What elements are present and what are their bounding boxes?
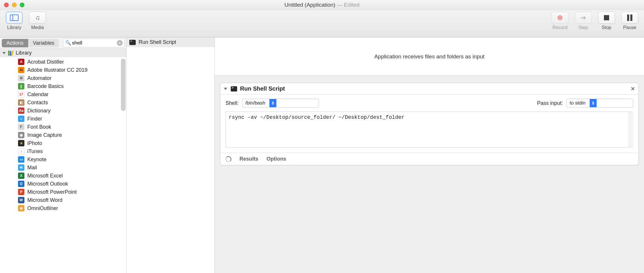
window-title-primary: Untitled (Application) [285,2,335,8]
library-app-label: OmniOutliner [27,205,58,211]
pass-input-select[interactable]: to stdin [566,99,633,107]
library-app-item[interactable]: AaDictionary [0,107,126,115]
terminal-icon [231,86,237,91]
stop-button[interactable] [598,12,615,24]
app-icon: ✉ [18,164,24,171]
library-app-item[interactable]: ✉Mail [0,164,126,172]
disclosure-triangle-icon[interactable] [224,88,227,90]
action-card-header[interactable]: Run Shell Script ✕ [220,83,638,95]
window-title: Untitled (Application) — Edited [0,2,644,8]
media-button[interactable]: ♫ [29,12,46,24]
close-window-button[interactable] [4,3,9,7]
app-icon: ▭ [18,156,24,163]
library-app-item[interactable]: AiAdobe Illustrator CC 2019 [0,66,126,74]
app-icon: ≣ [18,205,24,211]
library-app-label: Automator [27,75,51,81]
tab-variables[interactable]: Variables [28,39,59,47]
library-app-item[interactable]: ≣OmniOutliner [0,204,126,212]
app-icon: ★ [18,140,24,146]
app-icon: ♪ [18,148,24,155]
library-header: Actions Variables 🔍 ✕ [0,37,126,49]
library-app-label: iTunes [27,148,43,155]
search-field-wrap: 🔍 ✕ [63,39,124,47]
pass-input-label: Pass input: [537,100,563,106]
library-app-item[interactable]: ||Barcode Basics [0,82,126,90]
library-app-label: Contacts [27,100,48,106]
workflow-canvas[interactable]: Run Shell Script ✕ Shell: /bin/bash Pass… [215,76,644,273]
library-app-item[interactable]: ☺Finder [0,115,126,123]
app-icon: P [18,189,24,195]
action-card-close-button[interactable]: ✕ [631,86,635,92]
library-app-item[interactable]: AAcrobat Distiller [0,58,126,66]
action-card-footer: Results Options [220,153,638,165]
library-toggle-button[interactable] [6,12,23,24]
library-app-list: AAcrobat DistillerAiAdobe Illustrator CC… [0,57,126,213]
library-root-label: Library [16,50,32,56]
library-root-row[interactable]: Library [0,49,126,57]
app-icon: ⚙ [18,75,24,81]
app-icon: X [18,173,24,179]
search-clear-button[interactable]: ✕ [117,40,123,46]
tab-actions[interactable]: Actions [2,39,28,47]
shell-select-value: /bin/bash [242,100,269,106]
app-icon: A [18,59,24,65]
library-app-item[interactable]: XMicrosoft Excel [0,172,126,180]
library-app-label: Mail [27,165,37,171]
app-icon: || [18,83,24,89]
step-icon: ➔ [580,14,586,22]
library-app-item[interactable]: 17Calendar [0,90,126,98]
library-app-item[interactable]: WMicrosoft Word [0,196,126,204]
library-icon [8,51,14,56]
action-result-row[interactable]: Run Shell Script [126,37,214,47]
app-icon: Ai [18,67,24,73]
progress-spinner-icon [226,156,231,162]
library-app-label: iPhoto [27,140,42,146]
window-controls [4,3,24,7]
library-app-item[interactable]: ♪iTunes [0,147,126,155]
toolbar: Library ♫ Media Record ➔ Step Stop [0,10,644,37]
library-app-item[interactable]: ⚙Automator [0,74,126,82]
options-button[interactable]: Options [266,156,286,162]
library-app-item[interactable]: OMicrosoft Outlook [0,180,126,188]
search-icon: 🔍 [65,40,71,46]
library-app-label: Microsoft Word [27,197,62,203]
library-app-label: Acrobat Distiller [27,59,64,65]
library-app-label: Dictionary [27,108,51,114]
disclosure-triangle-icon[interactable] [2,52,6,54]
shell-script-textarea[interactable]: rsync -av ~/Desktop/source_folder/ ~/Des… [226,112,633,148]
terminal-icon [129,40,136,45]
shell-select[interactable]: /bin/bash [242,99,319,107]
library-app-label: Microsoft Excel [27,173,63,179]
library-tree: Library AAcrobat DistillerAiAdobe Illust… [0,49,126,273]
library-app-item[interactable]: ▭Keynote [0,155,126,164]
library-mode-segmented: Actions Variables [2,39,59,47]
library-app-item[interactable]: ◧Contacts [0,98,126,107]
library-search-input[interactable] [63,39,124,47]
app-icon: ☺ [18,116,24,122]
action-card-run-shell-script: Run Shell Script ✕ Shell: /bin/bash Pass… [220,83,639,165]
library-app-item[interactable]: FFont Book [0,123,126,131]
workflow-input-text: Application receives files and folders a… [374,53,484,60]
library-app-item[interactable]: PMicrosoft PowerPoint [0,188,126,196]
library-app-item[interactable]: ◉Image Capture [0,131,126,139]
library-label: Library [7,25,22,30]
library-scrollbar[interactable] [121,59,126,111]
app-icon: 17 [18,91,24,98]
stop-icon [604,15,609,20]
pause-button[interactable] [621,12,638,24]
pass-input-select-value: to stdin [567,100,590,106]
results-button[interactable]: Results [239,156,258,162]
titlebar: Untitled (Application) — Edited [0,0,644,10]
library-app-label: Font Book [27,124,51,130]
library-app-label: Barcode Basics [27,83,64,89]
pause-icon [627,15,632,21]
app-icon: ◉ [18,132,24,138]
minimize-window-button[interactable] [12,3,17,7]
select-stepper-icon [590,99,597,107]
record-label: Record [552,25,568,30]
app-icon: W [18,197,24,203]
zoom-window-button[interactable] [20,3,24,7]
step-button[interactable]: ➔ [575,12,592,24]
library-app-item[interactable]: ★iPhoto [0,139,126,147]
record-button[interactable] [552,12,568,24]
